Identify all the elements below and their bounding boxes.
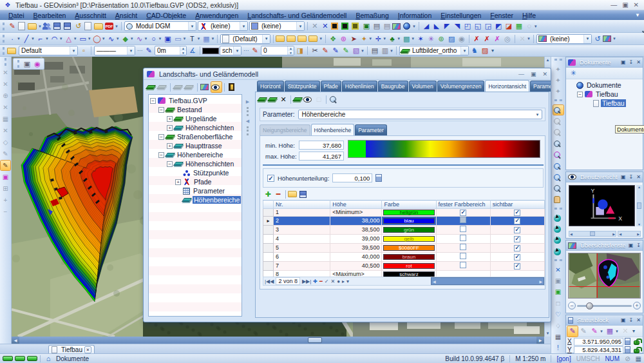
menu-einstellungen[interactable]: Einstellungen	[436, 10, 486, 20]
mini-sphere-icon[interactable]: ◉	[32, 59, 43, 69]
undo-view-icon[interactable]: ↺	[592, 34, 603, 44]
dlg-exit-icon[interactable]	[227, 82, 238, 92]
tbl-open-icon[interactable]	[288, 189, 299, 199]
layer-combo[interactable]: Default▼	[19, 46, 78, 55]
calculator-icon[interactable]	[375, 174, 382, 182]
table-row[interactable]: 640,000braun	[263, 253, 545, 262]
sect-5-icon[interactable]: ◰	[462, 21, 473, 32]
draw-arc-icon[interactable]: ◠	[50, 34, 60, 44]
lt-poly-icon[interactable]: ◇	[1, 137, 10, 147]
lt-move-icon[interactable]: ✕	[1, 79, 10, 89]
image-ref-icon[interactable]	[392, 21, 402, 32]
nav-last[interactable]: ▶▶|	[302, 279, 311, 284]
sect-7-icon[interactable]: ◲	[483, 21, 493, 32]
benutzersicht-hscroll[interactable]: ◀▶ ◀▶	[569, 231, 641, 237]
background-combo[interactable]: Luftbilder_ortho▼	[399, 46, 469, 55]
obj-img-icon[interactable]: ▨	[446, 34, 457, 44]
layer-style-combo[interactable]: (keine)▼	[249, 21, 305, 31]
close-button[interactable]: ✕	[634, 1, 639, 8]
ct-add-horizon-icon[interactable]	[258, 94, 268, 104]
nav-refresh[interactable]: ●	[337, 279, 340, 284]
dlg-new-model-icon[interactable]	[146, 82, 156, 92]
draw-region-icon[interactable]: ▣	[162, 34, 173, 44]
more-button[interactable]: ▾	[632, 328, 635, 334]
pan-down-icon[interactable]: ✦	[553, 75, 564, 85]
draw-text-dropdown[interactable]: ▼	[196, 37, 200, 41]
linewidth-edit-icon[interactable]: ∡	[187, 46, 198, 56]
menu-landschafts-und-gel-ndemodell[interactable]: Landschafts- und Geländemodell	[243, 10, 351, 20]
folder-dd-dropdown[interactable]: ▼	[319, 37, 323, 41]
sichtbar-checkbox[interactable]	[514, 227, 520, 233]
draw-triangle-icon[interactable]: △	[64, 34, 74, 44]
panel-benutzersicht-titlebar[interactable]: Benutzersicht ▣ ↧ ✕	[566, 172, 643, 182]
del-marker2-icon[interactable]: ✗	[482, 34, 492, 44]
column-header-fester-farbbereich[interactable]: fester Farbbereich	[436, 201, 490, 209]
draw-measure-icon[interactable]: ∿	[135, 34, 145, 44]
zoom-slider-track[interactable]	[577, 305, 632, 307]
tree-item-pfade[interactable]: +Pfade	[149, 177, 242, 186]
tree-item-stra-enoberfl-che[interactable]: −Straßenoberfläche	[149, 132, 242, 141]
fester-farbbereich-checkbox[interactable]	[460, 210, 466, 216]
draw-polyline-icon[interactable]: ⌐	[35, 34, 46, 44]
pan-hand-icon[interactable]	[553, 195, 564, 204]
lt-active-tool-icon[interactable]: ✎	[1, 161, 10, 170]
obj-mol-icon[interactable]: ⊛	[436, 34, 446, 44]
sb-coord-abs-icon[interactable]: ✎	[567, 326, 578, 337]
table-row[interactable]: ▸238,000blau	[263, 217, 545, 226]
obj-dart-icon[interactable]: ➤	[348, 34, 359, 44]
pen-green-icon[interactable]: ✎	[341, 46, 351, 56]
color-cell[interactable]: rot	[383, 263, 434, 269]
frame-green-icon[interactable]	[341, 21, 351, 32]
fester-farbbereich-checkbox[interactable]	[460, 217, 466, 223]
level-edit-icon[interactable]: ◨	[295, 46, 305, 56]
wizard-pen-icon[interactable]: ✎	[7, 21, 17, 32]
tree-item-tiefbau[interactable]: −Tiefbau	[567, 90, 641, 99]
tree-item-tiefbau-gvp[interactable]: −Tiefbau.GVP	[149, 96, 242, 105]
tab-parameter[interactable]: Parameter	[355, 124, 387, 135]
users-icon[interactable]	[43, 21, 53, 32]
zoom-window-icon[interactable]	[553, 105, 564, 115]
open-project-icon[interactable]	[28, 21, 39, 32]
grid-green-icon[interactable]: ▣	[361, 21, 372, 32]
obj-lock-icon[interactable]: ◉	[457, 34, 467, 44]
collapse-icon[interactable]: −	[577, 92, 583, 97]
row-del-icon[interactable]: ━	[273, 189, 283, 199]
parameter-combo[interactable]: Höhenbereiche▼	[298, 110, 542, 119]
menu-bema-ung[interactable]: Bemaßung	[351, 10, 393, 20]
lt-mirror-icon[interactable]: ✕	[1, 126, 10, 135]
tab-volumengrenzen[interactable]: Volumengrenzen	[437, 81, 485, 92]
obj-cube-icon[interactable]: ❖	[328, 34, 338, 44]
nav-post[interactable]: ✓	[325, 279, 329, 284]
new-document-icon[interactable]	[17, 21, 28, 32]
fester-farbbereich-checkbox[interactable]	[460, 244, 466, 250]
tab-volumen[interactable]: Volumen	[409, 81, 437, 92]
lt-window-icon[interactable]: ⊞	[1, 184, 10, 193]
color-cell[interactable]: blau	[383, 218, 434, 224]
obj-flower-icon[interactable]: ⊛	[338, 34, 348, 44]
panel-dokumente-titlebar[interactable]: Dokumente ▣ ↧ ✕	[566, 57, 643, 68]
win-cascade-icon[interactable]: ▣	[553, 276, 564, 286]
x-lock-icon[interactable]	[634, 340, 639, 345]
tab-horizontansicht[interactable]: Horizontansicht	[485, 80, 529, 92]
ct-duck-icon[interactable]	[293, 94, 303, 104]
zoom-objects-icon[interactable]	[553, 150, 564, 160]
win-shape-icon[interactable]: ♡	[553, 310, 564, 320]
table-row[interactable]: 740,500rot	[263, 262, 545, 271]
zoom-page-icon[interactable]	[553, 139, 564, 148]
draw-line-icon[interactable]: ╱	[21, 34, 32, 44]
dialog-close-icon[interactable]: ✕	[542, 71, 547, 77]
color-cell[interactable]: braun	[383, 254, 434, 260]
module-combo[interactable]: Modul DGM▼	[124, 21, 196, 31]
img-small-icon[interactable]	[603, 34, 613, 44]
minimize-button[interactable]: —	[611, 1, 617, 8]
tbl-save-icon[interactable]	[299, 189, 309, 199]
nav-insert[interactable]: ✚	[313, 279, 317, 284]
dialog-minimize-icon[interactable]: —	[518, 71, 524, 77]
folder-red-icon[interactable]	[287, 34, 298, 44]
panel-pin-icon[interactable]: ↧	[636, 242, 641, 248]
save-icon[interactable]	[53, 21, 63, 32]
sect-2-icon[interactable]: ◣	[431, 21, 442, 32]
color-cell[interactable]: hellgrün	[383, 210, 434, 215]
layer-folder-icon[interactable]	[7, 46, 18, 56]
tab-st-tzpunkte[interactable]: Stützpunkte	[285, 81, 320, 92]
